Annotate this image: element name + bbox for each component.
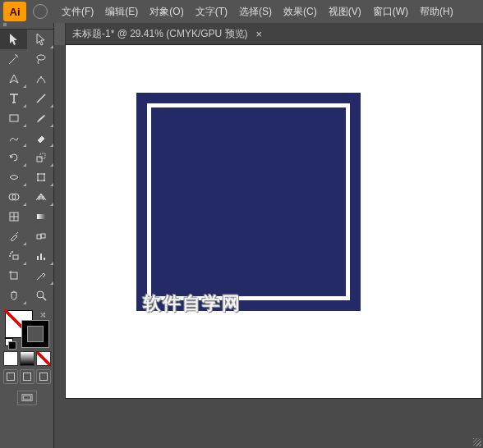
document-tab[interactable]: 未标题-1* @ 29.41% (CMYK/GPU 预览) × xyxy=(66,23,269,45)
svg-rect-23 xyxy=(37,256,39,260)
color-mode-row xyxy=(0,351,53,366)
menu-bar: Ai 文件(F) 编辑(E) 对象(O) 文字(T) 选择(S) 效果(C) 视… xyxy=(0,0,483,23)
stroke-swatch[interactable] xyxy=(21,320,49,348)
menu-select[interactable]: 选择(S) xyxy=(233,2,278,22)
svg-rect-25 xyxy=(44,258,45,260)
lasso-tool[interactable] xyxy=(27,49,54,69)
magic-wand-tool[interactable] xyxy=(0,49,27,69)
artboard-tool[interactable] xyxy=(0,266,27,286)
artboard[interactable]: 软件自学网 WWW.RJZXW.COM xyxy=(66,45,481,398)
tab-close-button[interactable]: × xyxy=(256,28,263,40)
eraser-tool[interactable] xyxy=(27,128,54,148)
svg-rect-32 xyxy=(23,395,30,399)
svg-line-30 xyxy=(43,297,46,300)
artwork-rectangle[interactable] xyxy=(136,93,361,311)
draw-inside[interactable] xyxy=(36,369,51,384)
direct-selection-tool[interactable] xyxy=(27,30,54,49)
color-mode-solid[interactable] xyxy=(3,351,18,366)
svg-rect-5 xyxy=(40,153,45,158)
menu-view[interactable]: 视图(V) xyxy=(323,2,367,22)
hand-tool[interactable] xyxy=(0,286,27,305)
svg-rect-17 xyxy=(37,235,41,239)
menu-type[interactable]: 文字(T) xyxy=(190,2,233,22)
color-mode-none[interactable] xyxy=(36,351,51,366)
svg-point-8 xyxy=(44,173,45,175)
watermark-subtext: WWW.RJZXW.COM xyxy=(146,313,245,321)
svg-rect-26 xyxy=(11,272,17,279)
cloud-sync-icon[interactable] xyxy=(33,4,48,19)
symbol-sprayer-tool[interactable] xyxy=(0,246,27,266)
curvature-tool[interactable] xyxy=(27,69,54,89)
document-tab-bar: 未标题-1* @ 29.41% (CMYK/GPU 预览) × xyxy=(0,23,483,45)
menu-object[interactable]: 对象(O) xyxy=(144,2,189,22)
svg-point-9 xyxy=(37,180,39,181)
line-segment-tool[interactable] xyxy=(27,89,54,108)
svg-rect-19 xyxy=(13,255,18,259)
svg-point-10 xyxy=(44,180,45,181)
scale-tool[interactable] xyxy=(27,148,54,167)
swap-fill-stroke-icon[interactable]: ⤭ xyxy=(39,310,49,320)
window-resize-handle[interactable] xyxy=(468,433,483,448)
tab-gutter xyxy=(54,23,66,45)
blend-tool[interactable] xyxy=(27,226,54,246)
perspective-grid-tool[interactable] xyxy=(27,187,54,207)
tool-panel-drag-handle[interactable] xyxy=(0,23,53,30)
free-transform-tool[interactable] xyxy=(27,167,54,187)
canvas-area[interactable]: 软件自学网 WWW.RJZXW.COM xyxy=(66,45,483,448)
svg-rect-3 xyxy=(10,115,18,121)
draw-normal[interactable] xyxy=(3,369,18,384)
svg-point-0 xyxy=(37,55,45,60)
selection-tool[interactable] xyxy=(0,30,27,49)
default-fill-stroke-icon[interactable] xyxy=(5,338,15,348)
menu-effect[interactable]: 效果(C) xyxy=(278,2,323,22)
shaper-tool[interactable] xyxy=(0,128,27,148)
rotate-tool[interactable] xyxy=(0,148,27,167)
svg-rect-6 xyxy=(38,174,44,181)
mesh-tool[interactable] xyxy=(0,207,27,226)
pen-tool[interactable] xyxy=(0,69,27,89)
menu-file[interactable]: 文件(F) xyxy=(56,2,99,22)
fill-stroke-swatch[interactable]: ⤭ xyxy=(5,310,49,348)
svg-point-22 xyxy=(9,255,11,257)
svg-point-1 xyxy=(40,76,42,78)
svg-rect-18 xyxy=(41,234,45,238)
rectangle-tool[interactable] xyxy=(0,108,27,128)
color-mode-gradient[interactable] xyxy=(20,351,34,366)
draw-behind[interactable] xyxy=(20,369,34,384)
svg-rect-16 xyxy=(37,214,45,219)
document-title: 未标题-1* @ 29.41% (CMYK/GPU 预览) xyxy=(72,27,248,41)
column-graph-tool[interactable] xyxy=(27,246,54,266)
left-gutter xyxy=(54,45,66,447)
svg-point-7 xyxy=(37,173,39,175)
svg-line-2 xyxy=(37,94,45,103)
tool-panel: ⤭ xyxy=(0,23,54,448)
svg-rect-24 xyxy=(40,254,42,260)
svg-point-29 xyxy=(37,291,44,298)
artwork-inner-border xyxy=(147,103,350,300)
menu-help[interactable]: 帮助(H) xyxy=(414,2,459,22)
eyedropper-tool[interactable] xyxy=(0,226,27,246)
shape-builder-tool[interactable] xyxy=(0,187,27,207)
svg-point-21 xyxy=(12,251,13,253)
menu-edit[interactable]: 编辑(E) xyxy=(99,2,144,22)
svg-point-20 xyxy=(10,253,12,254)
draw-mode-row xyxy=(0,369,53,384)
svg-rect-4 xyxy=(37,157,42,162)
menu-window[interactable]: 窗口(W) xyxy=(367,2,414,22)
app-logo: Ai xyxy=(3,2,26,21)
zoom-tool[interactable] xyxy=(27,286,54,305)
screen-mode-button[interactable] xyxy=(17,391,37,405)
slice-tool[interactable] xyxy=(27,266,54,286)
type-tool[interactable] xyxy=(0,89,27,108)
width-tool[interactable] xyxy=(0,167,27,187)
gradient-tool[interactable] xyxy=(27,207,54,226)
paintbrush-tool[interactable] xyxy=(27,108,54,128)
